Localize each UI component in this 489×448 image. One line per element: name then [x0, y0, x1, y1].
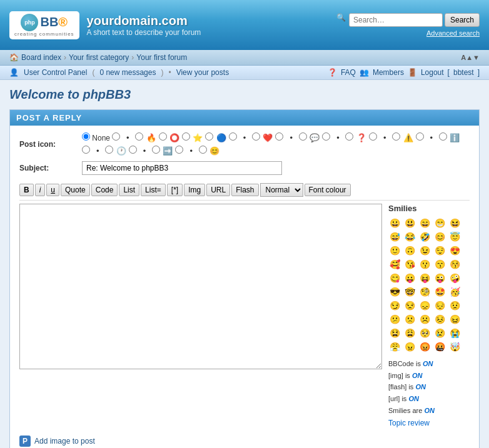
- search-input[interactable]: [349, 13, 443, 27]
- topic-review-link[interactable]: Topic review: [388, 419, 470, 427]
- smiley-15[interactable]: 🥰: [388, 258, 401, 271]
- smiley-10[interactable]: 🙂: [388, 244, 401, 257]
- icon-smile-radio[interactable]: [199, 146, 207, 154]
- icon-dot7-option[interactable]: •: [82, 145, 103, 156]
- icon-dot7-radio[interactable]: [82, 146, 90, 154]
- smiley-34[interactable]: 😟: [448, 299, 461, 312]
- icon-dot2-option[interactable]: •: [229, 132, 250, 143]
- icon-question-option[interactable]: ❓: [345, 132, 366, 143]
- smiley-23[interactable]: 😜: [433, 272, 446, 284]
- icon-star-radio[interactable]: [182, 132, 190, 141]
- icon-star-option[interactable]: ⭐: [182, 132, 203, 143]
- smiley-18[interactable]: 😙: [433, 258, 446, 271]
- img-button[interactable]: Img: [184, 184, 205, 196]
- smiley-33[interactable]: 😔: [433, 299, 446, 312]
- smiley-14[interactable]: 😍: [448, 244, 461, 257]
- icon-blue-option[interactable]: 🔵: [205, 132, 226, 143]
- icon-circle-radio[interactable]: [159, 132, 167, 141]
- post-textarea[interactable]: [19, 204, 382, 369]
- smiley-17[interactable]: 😗: [418, 258, 431, 271]
- subject-input[interactable]: [82, 161, 282, 175]
- icon-smile-option[interactable]: 😊: [199, 145, 220, 156]
- smiley-41[interactable]: 😩: [403, 327, 416, 339]
- icon-info-radio[interactable]: [439, 132, 447, 141]
- search-button[interactable]: Search: [445, 13, 480, 27]
- user-link[interactable]: bbtest: [453, 68, 474, 77]
- smiley-9[interactable]: 😇: [448, 231, 461, 243]
- smiley-49[interactable]: 🤯: [448, 341, 461, 353]
- smiley-42[interactable]: 🥺: [418, 327, 431, 339]
- smiley-48[interactable]: 🤬: [433, 341, 446, 353]
- icon-dot6-option[interactable]: •: [416, 132, 437, 143]
- icon-heart-radio[interactable]: [252, 132, 260, 141]
- list-eq-button[interactable]: List=: [141, 184, 166, 196]
- smiley-31[interactable]: 😒: [403, 299, 416, 312]
- icon-default-option[interactable]: •: [112, 132, 133, 143]
- members-link[interactable]: Members: [373, 68, 404, 77]
- smiley-39[interactable]: 😖: [448, 313, 461, 326]
- smiley-28[interactable]: 🤩: [433, 286, 446, 298]
- font-size-select[interactable]: Normal: [260, 183, 303, 197]
- icon-speech-radio[interactable]: [299, 132, 307, 141]
- list-button[interactable]: List: [119, 184, 139, 196]
- add-image-row[interactable]: P Add image to post: [19, 431, 470, 448]
- italic-button[interactable]: i: [35, 184, 46, 196]
- special-button[interactable]: [*]: [167, 184, 183, 196]
- icon-dot8-radio[interactable]: [129, 146, 137, 154]
- smiley-22[interactable]: 😝: [418, 272, 431, 284]
- icon-dot8-option[interactable]: •: [129, 145, 150, 156]
- smiley-37[interactable]: ☹️: [418, 313, 431, 326]
- icon-arrow-radio[interactable]: [152, 146, 160, 154]
- icon-heart-option[interactable]: ❤️: [252, 132, 273, 143]
- smiley-40[interactable]: 😫: [388, 327, 401, 339]
- smiley-7[interactable]: 🤣: [418, 231, 431, 243]
- icon-warning-option[interactable]: ⚠️: [392, 132, 413, 143]
- icon-dot5-radio[interactable]: [369, 132, 377, 141]
- view-posts-link[interactable]: View your posts: [176, 68, 229, 77]
- smiley-26[interactable]: 🤓: [403, 286, 416, 298]
- smiley-30[interactable]: 😏: [388, 299, 401, 312]
- icon-info-option[interactable]: ℹ️: [439, 132, 460, 143]
- icon-fire-radio[interactable]: [135, 132, 143, 141]
- smiley-45[interactable]: 😤: [388, 341, 401, 353]
- smiley-5[interactable]: 😅: [388, 231, 401, 243]
- breadcrumb-forum[interactable]: Your first forum: [136, 53, 187, 62]
- icon-dot5-option[interactable]: •: [369, 132, 390, 143]
- smiley-0[interactable]: 😀: [388, 217, 401, 229]
- breadcrumb-category[interactable]: Your first category: [69, 53, 129, 62]
- icon-none-radio[interactable]: [82, 132, 90, 141]
- icon-question-radio[interactable]: [345, 132, 353, 141]
- breadcrumb-board-index[interactable]: Board index: [21, 53, 61, 62]
- smiley-19[interactable]: 😚: [448, 258, 461, 271]
- icon-warning-radio[interactable]: [392, 132, 400, 141]
- faq-link[interactable]: FAQ: [341, 68, 356, 77]
- icon-dot4-option[interactable]: •: [322, 132, 343, 143]
- smiley-35[interactable]: 😕: [388, 313, 401, 326]
- flash-button[interactable]: Flash: [231, 184, 258, 196]
- smiley-12[interactable]: 😉: [418, 244, 431, 257]
- smiley-36[interactable]: 🙁: [403, 313, 416, 326]
- new-messages-link[interactable]: 0 new messages: [99, 68, 156, 77]
- icon-clock-option[interactable]: 🕐: [105, 145, 126, 156]
- icon-dot4-radio[interactable]: [322, 132, 330, 141]
- smiley-13[interactable]: 😌: [433, 244, 446, 257]
- logout-link[interactable]: Logout: [421, 68, 444, 77]
- icon-default-radio[interactable]: [112, 132, 120, 141]
- font-colour-button[interactable]: Font colour: [305, 184, 351, 196]
- icon-circle-option[interactable]: ⭕: [159, 132, 180, 143]
- smiley-46[interactable]: 😠: [403, 341, 416, 353]
- smiley-11[interactable]: 🙃: [403, 244, 416, 257]
- smiley-8[interactable]: 😊: [433, 231, 446, 243]
- icon-dot9-option[interactable]: •: [175, 145, 196, 156]
- icon-speech-option[interactable]: 💬: [299, 132, 320, 143]
- icon-blue-radio[interactable]: [205, 132, 213, 141]
- smiley-24[interactable]: 🤪: [448, 272, 461, 284]
- smiley-1[interactable]: 😃: [403, 217, 416, 229]
- smiley-16[interactable]: 😘: [403, 258, 416, 271]
- url-button[interactable]: URL: [206, 184, 230, 196]
- code-button[interactable]: Code: [91, 184, 118, 196]
- icon-dot9-radio[interactable]: [175, 146, 183, 154]
- smiley-6[interactable]: 😂: [403, 231, 416, 243]
- smiley-3[interactable]: 😁: [433, 217, 446, 229]
- bold-button[interactable]: B: [19, 184, 34, 196]
